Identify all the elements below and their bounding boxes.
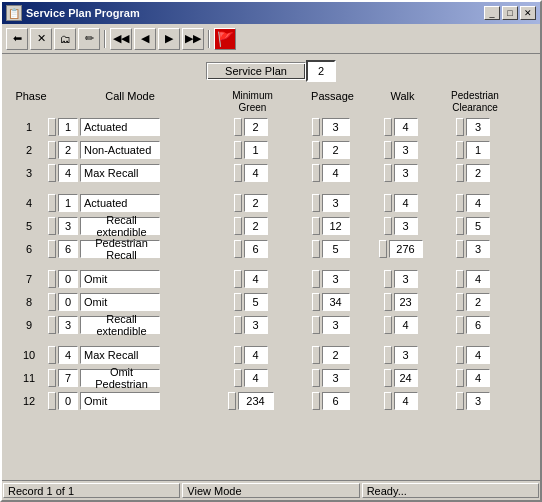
walk-field[interactable]: 24 [394,369,418,387]
mode-label-field[interactable]: Recall extendible [80,316,160,334]
ped-clearance-field[interactable]: 4 [466,270,490,288]
close-button[interactable]: ✕ [520,6,536,20]
mode-indicator [48,270,56,288]
walk-field[interactable]: 4 [394,392,418,410]
mode-number-field[interactable]: 3 [58,217,78,235]
min-green-field[interactable]: 2 [244,194,268,212]
back-button[interactable]: ⬅ [6,28,28,50]
passage-field[interactable]: 2 [322,141,350,159]
toolbar-separator [104,30,106,48]
min-green-field[interactable]: 4 [244,346,268,364]
walk-field[interactable]: 276 [389,240,423,258]
open-button[interactable]: 🗂 [54,28,76,50]
ped-clearance-field[interactable]: 4 [466,346,490,364]
mode-number-field[interactable]: 7 [58,369,78,387]
ped-clearance-field[interactable]: 6 [466,316,490,334]
col-ped-clearance: PedestrianClearance [435,90,515,114]
mode-number-field[interactable]: 0 [58,392,78,410]
ped-clearance-field[interactable]: 2 [466,164,490,182]
service-plan-button[interactable]: Service Plan [206,62,306,80]
walk-field[interactable]: 3 [394,164,418,182]
ped-clearance-field[interactable]: 4 [466,194,490,212]
passage-indicator [312,293,320,311]
ped-clearance-field[interactable]: 4 [466,369,490,387]
ped-clearance-cell: 4 [433,369,513,387]
walk-field[interactable]: 3 [394,270,418,288]
prev-prev-button[interactable]: ◀◀ [110,28,132,50]
edit-button[interactable]: ✏ [78,28,100,50]
passage-cell: 2 [293,346,368,364]
phase-cell: 9 [10,319,48,331]
passage-field[interactable]: 3 [322,194,350,212]
toolbar-separator2 [208,30,210,48]
walk-field[interactable]: 23 [394,293,418,311]
mode-number-field[interactable]: 3 [58,316,78,334]
phase-cell: 2 [10,144,48,156]
passage-field[interactable]: 3 [322,270,350,288]
maximize-button[interactable]: □ [502,6,518,20]
min-green-field[interactable]: 4 [244,369,268,387]
ped-clearance-field[interactable]: 2 [466,293,490,311]
passage-field[interactable]: 5 [322,240,350,258]
mode-label-field[interactable]: Max Recall [80,346,160,364]
call-mode-cell: 4 Max Recall [48,346,208,364]
mode-number-field[interactable]: 2 [58,141,78,159]
passage-field[interactable]: 3 [322,118,350,136]
ped-clearance-field[interactable]: 3 [466,392,490,410]
mode-label-field[interactable]: Pedestrian Recall [80,240,160,258]
mode-label-field[interactable]: Omit [80,392,160,410]
min-green-field[interactable]: 6 [244,240,268,258]
mode-number-field[interactable]: 4 [58,346,78,364]
walk-field[interactable]: 4 [394,118,418,136]
passage-field[interactable]: 3 [322,369,350,387]
passage-field[interactable]: 12 [322,217,350,235]
min-green-field[interactable]: 5 [244,293,268,311]
mode-label-field[interactable]: Actuated [80,194,160,212]
walk-field[interactable]: 3 [394,141,418,159]
min-green-field[interactable]: 2 [244,118,268,136]
mode-number-field[interactable]: 1 [58,194,78,212]
mode-label-field[interactable]: Actuated [80,118,160,136]
walk-field[interactable]: 4 [394,316,418,334]
walk-field[interactable]: 3 [394,217,418,235]
mode-number-field[interactable]: 6 [58,240,78,258]
mode-label-field[interactable]: Omit [80,270,160,288]
flag-button[interactable]: 🚩 [214,28,236,50]
walk-indicator [384,369,392,387]
min-green-field[interactable]: 3 [244,316,268,334]
walk-cell: 3 [368,270,433,288]
min-green-field[interactable]: 4 [244,270,268,288]
passage-field[interactable]: 34 [322,293,350,311]
mode-label-field[interactable]: Non-Actuated [80,141,160,159]
min-green-field[interactable]: 234 [238,392,274,410]
ped-clearance-field[interactable]: 3 [466,118,490,136]
mode-number-field[interactable]: 0 [58,293,78,311]
min-green-field[interactable]: 1 [244,141,268,159]
minimize-button[interactable]: _ [484,6,500,20]
ped-clearance-field[interactable]: 3 [466,240,490,258]
mode-label-field[interactable]: Omit [80,293,160,311]
call-mode-cell: 0 Omit [48,293,208,311]
mode-number-field[interactable]: 4 [58,164,78,182]
prev-button[interactable]: ◀ [134,28,156,50]
passage-field[interactable]: 3 [322,316,350,334]
min-green-field[interactable]: 2 [244,217,268,235]
next-button[interactable]: ▶ [158,28,180,50]
walk-field[interactable]: 3 [394,346,418,364]
next-next-button[interactable]: ▶▶ [182,28,204,50]
close-toolbar-button[interactable]: ✕ [30,28,52,50]
min-green-field[interactable]: 4 [244,164,268,182]
mode-label-field[interactable]: Recall extendible [80,217,160,235]
passage-field[interactable]: 4 [322,164,350,182]
mode-number-field[interactable]: 1 [58,118,78,136]
ped-clearance-field[interactable]: 5 [466,217,490,235]
walk-field[interactable]: 4 [394,194,418,212]
ped-clearance-field[interactable]: 1 [466,141,490,159]
mode-label-field[interactable]: Omit Pedestrian [80,369,160,387]
plan-number-field[interactable]: 2 [306,60,336,82]
passage-field[interactable]: 6 [322,392,350,410]
mode-label-field[interactable]: Max Recall [80,164,160,182]
passage-field[interactable]: 2 [322,346,350,364]
mode-number-field[interactable]: 0 [58,270,78,288]
phase-number: 9 [26,319,32,331]
